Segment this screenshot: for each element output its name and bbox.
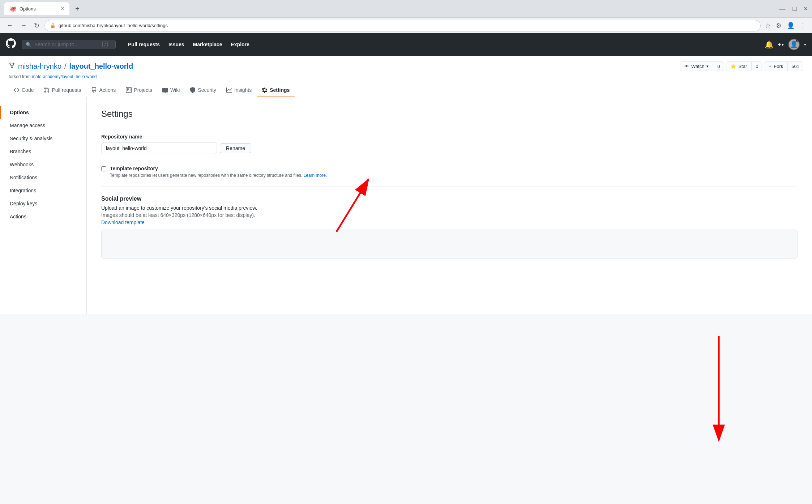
- settings-content: Settings Repository name Rename Template…: [87, 97, 812, 314]
- minimize-button[interactable]: —: [779, 5, 786, 12]
- address-text: github.com/misha-hrynko/layout_hello-wor…: [59, 23, 755, 28]
- social-preview-box: [101, 230, 798, 259]
- sidebar-item-branches[interactable]: Branches: [0, 145, 86, 158]
- repo-nav: Code Pull requests Actions Projects Wiki…: [9, 84, 803, 97]
- template-repo-label: Template repository: [110, 166, 327, 171]
- tab-actions[interactable]: Actions: [86, 84, 121, 97]
- forward-button[interactable]: →: [18, 20, 29, 31]
- watch-count[interactable]: 0: [713, 61, 724, 71]
- sidebar-item-integrations[interactable]: Integrations: [0, 184, 86, 197]
- social-preview-heading: Social preview: [101, 196, 798, 202]
- watch-button[interactable]: 👁 Watch ▾: [680, 61, 713, 71]
- tab-title: Options: [20, 6, 36, 12]
- close-button[interactable]: ×: [804, 5, 808, 12]
- search-shortcut: /: [102, 42, 108, 47]
- repo-name-row: Rename: [101, 142, 798, 154]
- avatar-badge: [796, 39, 800, 42]
- header-actions: 🔔 + ▾ 👤 ▾: [765, 39, 806, 50]
- repo-name-section: Repository name Rename: [101, 134, 798, 154]
- sidebar-item-notifications[interactable]: Notifications: [0, 171, 86, 184]
- window-controls: — □ ×: [779, 5, 808, 12]
- settings-page-title: Settings: [101, 109, 798, 125]
- search-bar[interactable]: 🔍 /: [22, 40, 116, 49]
- tab-code[interactable]: Code: [9, 84, 39, 97]
- bookmark-button[interactable]: ☆: [764, 20, 772, 31]
- tab-projects[interactable]: Projects: [121, 84, 157, 97]
- repo-title: misha-hrynko / layout_hello-world: [9, 62, 133, 71]
- back-button[interactable]: ←: [4, 20, 15, 31]
- social-preview-desc: Upload an image to customize your reposi…: [101, 205, 798, 211]
- template-repo-checkbox[interactable]: [101, 166, 106, 171]
- sidebar-item-actions[interactable]: Actions: [0, 210, 86, 223]
- repo-name-input[interactable]: [101, 142, 217, 154]
- github-logo-icon[interactable]: [6, 38, 16, 51]
- new-item-button[interactable]: + ▾: [778, 42, 784, 47]
- section-divider: [101, 187, 798, 187]
- fork-count[interactable]: 561: [788, 61, 803, 71]
- nav-explore[interactable]: Explore: [227, 39, 253, 50]
- fork-button[interactable]: ⑂ Fork: [764, 61, 788, 71]
- github-header: 🔍 / Pull requests Issues Marketplace Exp…: [0, 33, 812, 56]
- fork-icon: [9, 62, 15, 71]
- tab-security[interactable]: Security: [185, 84, 221, 97]
- star-group: ⭐ Star 0: [726, 61, 762, 71]
- eye-icon: 👁: [684, 64, 689, 69]
- search-icon: 🔍: [26, 42, 31, 47]
- tab-insights[interactable]: Insights: [221, 84, 257, 97]
- social-preview-section: Social preview Upload an image to custom…: [101, 196, 798, 259]
- tab-settings[interactable]: Settings: [257, 84, 295, 97]
- repo-owner-link[interactable]: misha-hrynko: [18, 62, 61, 71]
- nav-marketplace[interactable]: Marketplace: [189, 39, 226, 50]
- nav-pull-requests[interactable]: Pull requests: [124, 39, 163, 50]
- fork-group: ⑂ Fork 561: [764, 61, 803, 71]
- sidebar-item-deploy-keys[interactable]: Deploy keys: [0, 197, 86, 210]
- rename-button[interactable]: Rename: [220, 143, 251, 153]
- repo-slash: /: [64, 62, 67, 71]
- forked-from-link[interactable]: mate-academy/layout_hello-world: [32, 74, 97, 79]
- github-favicon-icon: 🐙: [9, 5, 17, 12]
- learn-more-link[interactable]: Learn more.: [304, 173, 327, 178]
- extensions-button[interactable]: ⚙: [774, 20, 783, 31]
- template-repo-section: Template repository Template repositorie…: [101, 166, 798, 178]
- global-nav: Pull requests Issues Marketplace Explore: [124, 39, 253, 50]
- fork-icon-btn: ⑂: [769, 64, 772, 69]
- nav-issues[interactable]: Issues: [165, 39, 188, 50]
- avatar-chevron[interactable]: ▾: [804, 42, 806, 47]
- user-avatar[interactable]: 👤: [788, 39, 800, 50]
- search-input[interactable]: [34, 42, 99, 47]
- template-repo-text: Template repository Template repositorie…: [110, 166, 327, 178]
- new-tab-button[interactable]: +: [72, 3, 82, 14]
- notifications-button[interactable]: 🔔: [765, 40, 774, 49]
- sidebar-item-options[interactable]: Options: [0, 106, 86, 119]
- star-button[interactable]: ⭐ Star: [726, 61, 752, 71]
- sidebar-item-manage-access[interactable]: Manage access: [0, 119, 86, 132]
- sidebar-item-webhooks[interactable]: Webhooks: [0, 158, 86, 171]
- reload-button[interactable]: ↻: [32, 20, 42, 31]
- star-icon: ⭐: [730, 64, 736, 69]
- sidebar-item-security-analysis[interactable]: Security & analysis: [0, 132, 86, 145]
- template-repo-desc: Template repositories let users generate…: [110, 173, 327, 178]
- star-count[interactable]: 0: [752, 61, 762, 71]
- profile-button[interactable]: 👤: [785, 20, 796, 31]
- menu-button[interactable]: ⋮: [798, 20, 808, 31]
- watch-group: 👁 Watch ▾ 0: [680, 61, 724, 71]
- social-preview-subdesc: Images should be at least 640×320px (128…: [101, 212, 798, 218]
- repo-name-label: Repository name: [101, 134, 798, 140]
- tab-wiki[interactable]: Wiki: [157, 84, 185, 97]
- lock-icon: 🔒: [50, 23, 56, 28]
- repo-name-link[interactable]: layout_hello-world: [69, 62, 133, 71]
- settings-sidebar: Options Manage access Security & analysi…: [0, 97, 87, 314]
- tab-close-button[interactable]: ×: [61, 6, 64, 12]
- maximize-button[interactable]: □: [793, 5, 797, 12]
- repo-header: misha-hrynko / layout_hello-world 👁 Watc…: [0, 56, 812, 97]
- tab-pull-requests[interactable]: Pull requests: [39, 84, 86, 97]
- download-template-link[interactable]: Download template: [101, 219, 145, 225]
- address-bar[interactable]: 🔒 github.com/misha-hrynko/layout_hello-w…: [44, 20, 761, 31]
- main-container: Options Manage access Security & analysi…: [0, 97, 812, 314]
- repo-actions: 👁 Watch ▾ 0 ⭐ Star 0: [680, 61, 803, 71]
- browser-tab[interactable]: 🐙 Options ×: [4, 2, 69, 15]
- forked-from-text: forked from mate-academy/layout_hello-wo…: [9, 74, 803, 79]
